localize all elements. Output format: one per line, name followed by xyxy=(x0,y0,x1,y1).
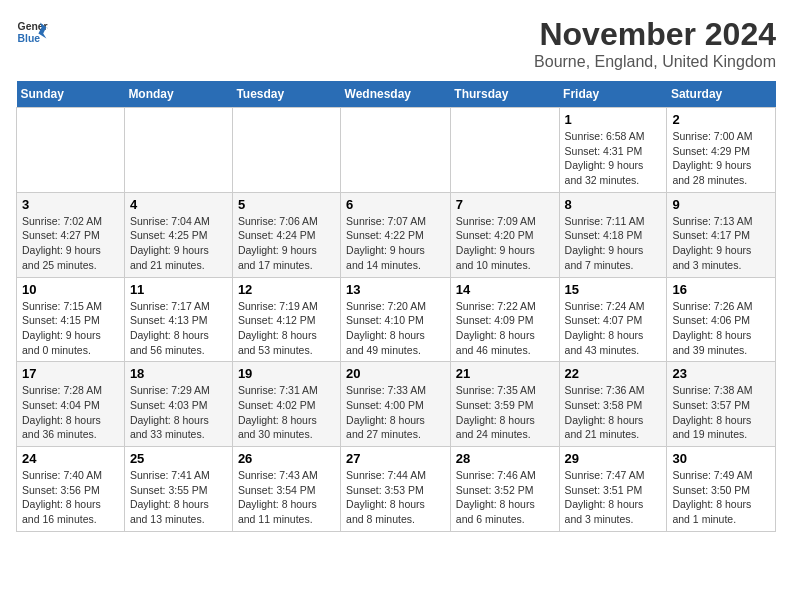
day-number: 9 xyxy=(672,197,770,212)
day-number: 23 xyxy=(672,366,770,381)
day-number: 11 xyxy=(130,282,227,297)
day-number: 8 xyxy=(565,197,662,212)
day-info: Sunrise: 7:09 AM Sunset: 4:20 PM Dayligh… xyxy=(456,214,554,273)
day-info: Sunrise: 7:40 AM Sunset: 3:56 PM Dayligh… xyxy=(22,468,119,527)
calendar-cell: 1Sunrise: 6:58 AM Sunset: 4:31 PM Daylig… xyxy=(559,108,667,193)
day-info: Sunrise: 7:20 AM Sunset: 4:10 PM Dayligh… xyxy=(346,299,445,358)
calendar-cell: 29Sunrise: 7:47 AM Sunset: 3:51 PM Dayli… xyxy=(559,447,667,532)
weekday-header: Friday xyxy=(559,81,667,108)
day-number: 12 xyxy=(238,282,335,297)
calendar-cell: 16Sunrise: 7:26 AM Sunset: 4:06 PM Dayli… xyxy=(667,277,776,362)
calendar-cell xyxy=(341,108,451,193)
calendar-cell: 30Sunrise: 7:49 AM Sunset: 3:50 PM Dayli… xyxy=(667,447,776,532)
calendar-cell: 14Sunrise: 7:22 AM Sunset: 4:09 PM Dayli… xyxy=(450,277,559,362)
calendar-week-row: 24Sunrise: 7:40 AM Sunset: 3:56 PM Dayli… xyxy=(17,447,776,532)
day-info: Sunrise: 7:49 AM Sunset: 3:50 PM Dayligh… xyxy=(672,468,770,527)
day-number: 14 xyxy=(456,282,554,297)
calendar-cell xyxy=(232,108,340,193)
calendar-cell: 12Sunrise: 7:19 AM Sunset: 4:12 PM Dayli… xyxy=(232,277,340,362)
day-info: Sunrise: 7:06 AM Sunset: 4:24 PM Dayligh… xyxy=(238,214,335,273)
page-title: November 2024 xyxy=(534,16,776,53)
day-number: 16 xyxy=(672,282,770,297)
calendar-cell: 9Sunrise: 7:13 AM Sunset: 4:17 PM Daylig… xyxy=(667,192,776,277)
day-info: Sunrise: 7:38 AM Sunset: 3:57 PM Dayligh… xyxy=(672,383,770,442)
day-number: 5 xyxy=(238,197,335,212)
calendar-cell xyxy=(124,108,232,193)
day-info: Sunrise: 7:17 AM Sunset: 4:13 PM Dayligh… xyxy=(130,299,227,358)
day-number: 25 xyxy=(130,451,227,466)
day-number: 24 xyxy=(22,451,119,466)
calendar-cell: 15Sunrise: 7:24 AM Sunset: 4:07 PM Dayli… xyxy=(559,277,667,362)
day-info: Sunrise: 7:29 AM Sunset: 4:03 PM Dayligh… xyxy=(130,383,227,442)
calendar-cell: 3Sunrise: 7:02 AM Sunset: 4:27 PM Daylig… xyxy=(17,192,125,277)
calendar-cell: 4Sunrise: 7:04 AM Sunset: 4:25 PM Daylig… xyxy=(124,192,232,277)
calendar-week-row: 3Sunrise: 7:02 AM Sunset: 4:27 PM Daylig… xyxy=(17,192,776,277)
calendar-cell: 24Sunrise: 7:40 AM Sunset: 3:56 PM Dayli… xyxy=(17,447,125,532)
day-number: 4 xyxy=(130,197,227,212)
calendar-cell: 6Sunrise: 7:07 AM Sunset: 4:22 PM Daylig… xyxy=(341,192,451,277)
day-number: 19 xyxy=(238,366,335,381)
day-info: Sunrise: 7:24 AM Sunset: 4:07 PM Dayligh… xyxy=(565,299,662,358)
logo: General Blue xyxy=(16,16,48,48)
day-info: Sunrise: 7:41 AM Sunset: 3:55 PM Dayligh… xyxy=(130,468,227,527)
calendar-cell: 18Sunrise: 7:29 AM Sunset: 4:03 PM Dayli… xyxy=(124,362,232,447)
calendar-cell xyxy=(450,108,559,193)
header: General Blue November 2024 Bourne, Engla… xyxy=(16,16,776,71)
calendar-cell: 10Sunrise: 7:15 AM Sunset: 4:15 PM Dayli… xyxy=(17,277,125,362)
day-info: Sunrise: 7:19 AM Sunset: 4:12 PM Dayligh… xyxy=(238,299,335,358)
calendar-table: SundayMondayTuesdayWednesdayThursdayFrid… xyxy=(16,81,776,532)
day-info: Sunrise: 7:07 AM Sunset: 4:22 PM Dayligh… xyxy=(346,214,445,273)
day-info: Sunrise: 7:04 AM Sunset: 4:25 PM Dayligh… xyxy=(130,214,227,273)
day-number: 29 xyxy=(565,451,662,466)
calendar-cell: 11Sunrise: 7:17 AM Sunset: 4:13 PM Dayli… xyxy=(124,277,232,362)
day-number: 10 xyxy=(22,282,119,297)
day-number: 28 xyxy=(456,451,554,466)
calendar-cell: 17Sunrise: 7:28 AM Sunset: 4:04 PM Dayli… xyxy=(17,362,125,447)
day-info: Sunrise: 7:15 AM Sunset: 4:15 PM Dayligh… xyxy=(22,299,119,358)
calendar-week-row: 10Sunrise: 7:15 AM Sunset: 4:15 PM Dayli… xyxy=(17,277,776,362)
day-number: 21 xyxy=(456,366,554,381)
calendar-cell: 5Sunrise: 7:06 AM Sunset: 4:24 PM Daylig… xyxy=(232,192,340,277)
calendar-cell: 28Sunrise: 7:46 AM Sunset: 3:52 PM Dayli… xyxy=(450,447,559,532)
day-number: 1 xyxy=(565,112,662,127)
weekday-header: Sunday xyxy=(17,81,125,108)
calendar-cell: 20Sunrise: 7:33 AM Sunset: 4:00 PM Dayli… xyxy=(341,362,451,447)
day-info: Sunrise: 7:28 AM Sunset: 4:04 PM Dayligh… xyxy=(22,383,119,442)
day-info: Sunrise: 7:36 AM Sunset: 3:58 PM Dayligh… xyxy=(565,383,662,442)
weekday-header: Monday xyxy=(124,81,232,108)
calendar-cell: 22Sunrise: 7:36 AM Sunset: 3:58 PM Dayli… xyxy=(559,362,667,447)
day-info: Sunrise: 7:44 AM Sunset: 3:53 PM Dayligh… xyxy=(346,468,445,527)
calendar-cell: 8Sunrise: 7:11 AM Sunset: 4:18 PM Daylig… xyxy=(559,192,667,277)
calendar-cell: 25Sunrise: 7:41 AM Sunset: 3:55 PM Dayli… xyxy=(124,447,232,532)
day-number: 3 xyxy=(22,197,119,212)
day-number: 13 xyxy=(346,282,445,297)
calendar-cell: 27Sunrise: 7:44 AM Sunset: 3:53 PM Dayli… xyxy=(341,447,451,532)
weekday-header-row: SundayMondayTuesdayWednesdayThursdayFrid… xyxy=(17,81,776,108)
weekday-header: Saturday xyxy=(667,81,776,108)
day-number: 30 xyxy=(672,451,770,466)
svg-text:Blue: Blue xyxy=(18,33,41,44)
calendar-cell: 7Sunrise: 7:09 AM Sunset: 4:20 PM Daylig… xyxy=(450,192,559,277)
day-info: Sunrise: 7:31 AM Sunset: 4:02 PM Dayligh… xyxy=(238,383,335,442)
day-number: 22 xyxy=(565,366,662,381)
calendar-cell: 19Sunrise: 7:31 AM Sunset: 4:02 PM Dayli… xyxy=(232,362,340,447)
calendar-week-row: 17Sunrise: 7:28 AM Sunset: 4:04 PM Dayli… xyxy=(17,362,776,447)
calendar-week-row: 1Sunrise: 6:58 AM Sunset: 4:31 PM Daylig… xyxy=(17,108,776,193)
day-info: Sunrise: 7:46 AM Sunset: 3:52 PM Dayligh… xyxy=(456,468,554,527)
day-info: Sunrise: 7:02 AM Sunset: 4:27 PM Dayligh… xyxy=(22,214,119,273)
day-info: Sunrise: 7:43 AM Sunset: 3:54 PM Dayligh… xyxy=(238,468,335,527)
day-info: Sunrise: 7:33 AM Sunset: 4:00 PM Dayligh… xyxy=(346,383,445,442)
day-number: 18 xyxy=(130,366,227,381)
weekday-header: Thursday xyxy=(450,81,559,108)
day-number: 6 xyxy=(346,197,445,212)
logo-icon: General Blue xyxy=(16,16,48,48)
day-number: 27 xyxy=(346,451,445,466)
day-info: Sunrise: 7:22 AM Sunset: 4:09 PM Dayligh… xyxy=(456,299,554,358)
day-number: 26 xyxy=(238,451,335,466)
day-number: 20 xyxy=(346,366,445,381)
calendar-cell: 21Sunrise: 7:35 AM Sunset: 3:59 PM Dayli… xyxy=(450,362,559,447)
day-info: Sunrise: 7:13 AM Sunset: 4:17 PM Dayligh… xyxy=(672,214,770,273)
day-number: 15 xyxy=(565,282,662,297)
weekday-header: Tuesday xyxy=(232,81,340,108)
day-info: Sunrise: 6:58 AM Sunset: 4:31 PM Dayligh… xyxy=(565,129,662,188)
